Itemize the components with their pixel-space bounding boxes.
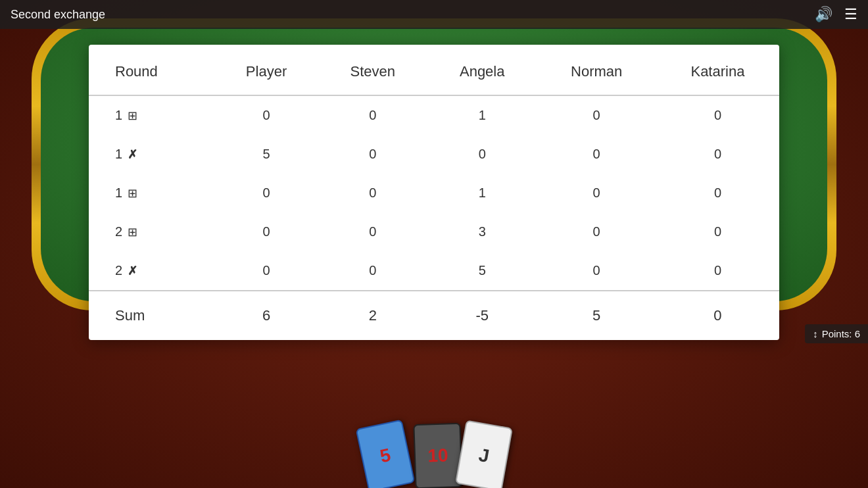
header-steven: Steven: [318, 45, 427, 95]
sum-row: Sum 6 2 -5 5 0: [89, 291, 779, 340]
cell-katarina: 0: [656, 174, 779, 212]
table-row: 2 ✗ 0 0 5 0 0: [89, 251, 779, 291]
cell-norman: 0: [537, 212, 656, 251]
cell-round: 2 ✗: [89, 251, 215, 291]
header-angela: Angela: [427, 45, 537, 95]
header-round: Round: [89, 45, 215, 95]
cell-steven: 0: [318, 135, 427, 174]
table-row: 1 ✗ 5 0 0 0 0: [89, 135, 779, 174]
sum-steven: 2: [318, 291, 427, 340]
score-modal: Round Player Steven Angela Norman Katari…: [89, 45, 779, 340]
cell-player: 0: [215, 212, 318, 251]
grid-icon: ⊞: [128, 186, 137, 201]
cell-player: 0: [215, 174, 318, 212]
cell-steven: 0: [318, 251, 427, 291]
cell-steven: 0: [318, 174, 427, 212]
score-table: Round Player Steven Angela Norman Katari…: [89, 45, 779, 340]
points-badge: ↕ Points: 6: [805, 324, 868, 343]
cell-katarina: 0: [656, 135, 779, 174]
header-norman: Norman: [537, 45, 656, 95]
cell-angela: 0: [427, 135, 537, 174]
cell-katarina: 0: [656, 251, 779, 291]
cell-norman: 0: [537, 135, 656, 174]
sum-katarina: 0: [656, 291, 779, 340]
cell-player: 0: [215, 95, 318, 135]
cell-angela: 1: [427, 174, 537, 212]
cell-norman: 0: [537, 251, 656, 291]
app-title: Second exchange: [11, 8, 105, 22]
points-arrow: ↕: [813, 328, 818, 339]
table-row: 2 ⊞ 0 0 3 0 0: [89, 212, 779, 251]
menu-button[interactable]: ☰: [844, 6, 857, 23]
cell-norman: 0: [537, 174, 656, 212]
cell-angela: 3: [427, 212, 537, 251]
cell-round: 2 ⊞: [89, 212, 215, 251]
sum-label: Sum: [89, 291, 215, 340]
cell-player: 5: [215, 135, 318, 174]
table-row: 1 ⊞ 0 0 1 0 0: [89, 95, 779, 135]
cell-round: 1 ⊞: [89, 95, 215, 135]
sum-angela: -5: [427, 291, 537, 340]
top-bar-icons: 🔊 ☰: [815, 6, 857, 23]
cell-player: 0: [215, 251, 318, 291]
sum-player: 6: [215, 291, 318, 340]
cell-steven: 0: [318, 95, 427, 135]
cell-round: 1 ✗: [89, 135, 215, 174]
top-bar: Second exchange 🔊 ☰: [0, 0, 868, 29]
table-header-row: Round Player Steven Angela Norman Katari…: [89, 45, 779, 95]
cell-norman: 0: [537, 95, 656, 135]
sum-norman: 5: [537, 291, 656, 340]
card-light: J: [455, 420, 513, 488]
cell-katarina: 0: [656, 212, 779, 251]
cell-katarina: 0: [656, 95, 779, 135]
check-icon: ✗: [128, 147, 137, 162]
header-player: Player: [215, 45, 318, 95]
check-icon: ✗: [128, 264, 137, 278]
cards-area: 5 10 J: [302, 416, 566, 488]
cell-steven: 0: [318, 212, 427, 251]
cell-round: 1 ⊞: [89, 174, 215, 212]
points-label: Points: 6: [822, 328, 860, 339]
header-katarina: Katarina: [656, 45, 779, 95]
grid-icon: ⊞: [128, 109, 137, 123]
cell-angela: 1: [427, 95, 537, 135]
grid-icon: ⊞: [128, 225, 137, 239]
card-blue: 5: [356, 420, 416, 488]
table-row: 1 ⊞ 0 0 1 0 0: [89, 174, 779, 212]
cell-angela: 5: [427, 251, 537, 291]
sound-button[interactable]: 🔊: [815, 6, 832, 23]
